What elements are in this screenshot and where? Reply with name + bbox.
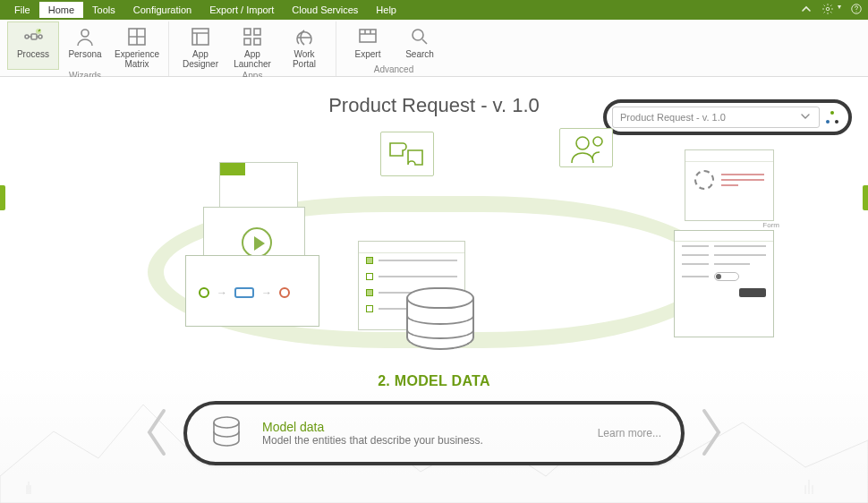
expert-icon	[357, 26, 379, 47]
page-title: Product Request - v. 1.0	[328, 94, 540, 117]
ribbon-app-launcher-label: App Launcher	[229, 49, 276, 69]
step-forms-tile[interactable]: Form	[674, 149, 781, 342]
menu-tools[interactable]: Tools	[83, 2, 124, 18]
collapse-ribbon-icon[interactable]	[800, 3, 813, 18]
menu-help[interactable]: Help	[367, 2, 405, 18]
play-icon	[242, 227, 272, 258]
step-title: 2. MODEL DATA	[0, 373, 868, 389]
ribbon-persona-button[interactable]: Persona	[59, 21, 111, 70]
step-card-title: Model data	[262, 420, 483, 434]
svg-point-2	[855, 11, 856, 12]
ribbon-work-portal-button[interactable]: Work Portal	[278, 21, 330, 70]
svg-point-0	[827, 7, 830, 11]
right-edge-handle[interactable]	[863, 185, 868, 210]
left-edge-handle[interactable]	[0, 185, 5, 210]
menu-home[interactable]: Home	[39, 2, 83, 18]
ribbon-app-designer-label: App Designer	[177, 49, 224, 69]
svg-point-18	[214, 417, 239, 428]
menu-cloud-services[interactable]: Cloud Services	[283, 2, 367, 18]
learn-more-link[interactable]: Learn more...	[598, 427, 661, 439]
ribbon-experience-matrix-label: Experience Matrix	[115, 49, 159, 69]
svg-point-5	[38, 35, 42, 38]
svg-rect-12	[244, 38, 251, 45]
ribbon-persona-label: Persona	[68, 49, 101, 59]
svg-rect-9	[192, 29, 208, 45]
application-selector-dropdown[interactable]: Product Request - v. 1.0	[612, 107, 820, 128]
ribbon-work-portal-label: Work Portal	[281, 49, 328, 69]
gear-icon[interactable]: ▾	[821, 3, 841, 18]
wizard-cycle-diagram: → → Form	[85, 132, 783, 373]
svg-point-3	[25, 35, 29, 38]
wizard-canvas: Product Request - v. 1.0 Product Request…	[0, 77, 868, 503]
svg-point-7	[81, 30, 89, 37]
step-action-card[interactable]: Model data Model the entities that descr…	[183, 401, 685, 465]
database-icon	[406, 287, 474, 350]
menubar: File Home Tools Configuration Export / I…	[0, 0, 868, 20]
svg-point-17	[593, 137, 602, 146]
avatar-icon	[694, 170, 714, 190]
experience-matrix-icon	[126, 26, 148, 47]
step-stakeholders-tile[interactable]	[559, 128, 613, 167]
persona-icon	[74, 26, 96, 47]
svg-rect-11	[254, 29, 260, 35]
svg-rect-4	[31, 34, 37, 39]
ribbon-app-launcher-button[interactable]: App Launcher	[226, 21, 278, 70]
ribbon-experience-matrix-button[interactable]: Experience Matrix	[111, 21, 163, 70]
form-submit-icon	[739, 288, 766, 297]
help-icon[interactable]	[850, 3, 863, 18]
background-illustration	[0, 360, 868, 503]
app-launcher-icon	[242, 26, 263, 47]
ribbon-search-button[interactable]: Search	[394, 21, 446, 64]
svg-point-15	[413, 30, 423, 40]
ribbon: Process Persona Experience Matrix Wizard…	[0, 20, 868, 77]
step-model-data-tile[interactable]	[358, 241, 510, 375]
svg-rect-14	[360, 30, 376, 42]
svg-rect-13	[254, 38, 260, 45]
step-rules-tile[interactable]	[380, 132, 434, 176]
ribbon-process-label: Process	[17, 49, 49, 59]
application-selector-highlight: Product Request - v. 1.0	[603, 99, 852, 135]
ribbon-expert-button[interactable]: Expert	[342, 21, 394, 64]
search-icon	[409, 26, 430, 47]
work-portal-icon	[294, 26, 315, 47]
ribbon-search-label: Search	[405, 49, 434, 59]
application-selector-value: Product Request - v. 1.0	[620, 112, 726, 123]
filter-icon[interactable]	[825, 110, 839, 124]
step-card-subtitle: Model the entities that describe your bu…	[262, 434, 483, 447]
menu-configuration[interactable]: Configuration	[124, 2, 200, 18]
database-outline-icon	[207, 413, 246, 453]
ribbon-process-button[interactable]: Process	[7, 21, 59, 70]
menu-file[interactable]: File	[5, 2, 39, 18]
ribbon-group-apps: App Designer App Launcher Work Portal Ap…	[169, 21, 336, 76]
process-icon	[22, 26, 44, 47]
chevron-down-icon	[799, 110, 812, 125]
form-card-label: Form	[762, 221, 779, 229]
ribbon-app-designer-button[interactable]: App Designer	[174, 21, 226, 70]
ribbon-group-wizards: Process Persona Experience Matrix Wizard…	[2, 21, 169, 76]
svg-point-16	[576, 137, 589, 149]
next-step-button[interactable]	[685, 405, 738, 462]
ribbon-group-advanced-label: Advanced	[342, 64, 446, 76]
ribbon-expert-label: Expert	[355, 49, 381, 59]
ribbon-group-advanced: Expert Search Advanced	[336, 21, 451, 76]
previous-step-button[interactable]	[130, 405, 183, 462]
svg-rect-10	[244, 29, 251, 35]
app-designer-icon	[190, 26, 211, 47]
menu-export-import[interactable]: Export / Import	[200, 2, 283, 18]
step-process-tile[interactable]: → →	[192, 162, 327, 332]
